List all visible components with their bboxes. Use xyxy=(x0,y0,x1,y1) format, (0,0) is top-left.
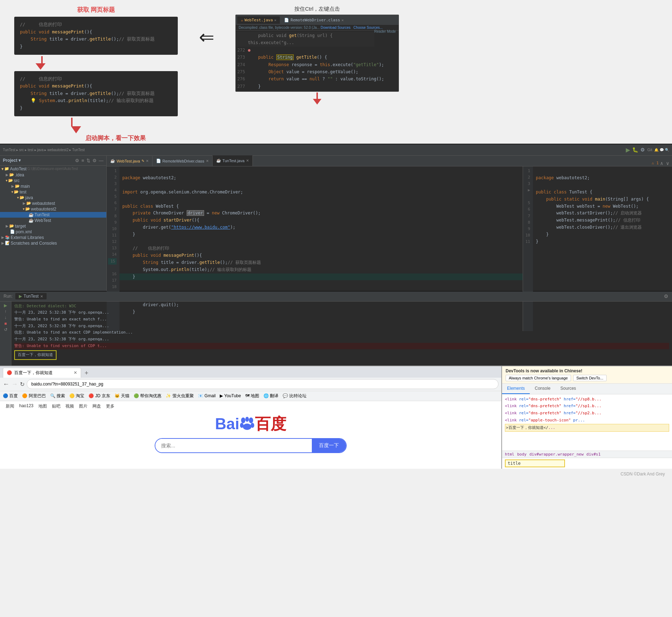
bm-bbs[interactable]: 💬 比特论坛 xyxy=(283,393,306,399)
sidebar-gear-btn[interactable]: ⚙ xyxy=(92,158,97,163)
tab-remote-class[interactable]: 📄 RemoteWebDriver.class ✕ xyxy=(281,16,347,24)
bm-tianmao[interactable]: 🐱 天猫 xyxy=(114,393,129,399)
sidebar-collapse-btn[interactable]: — xyxy=(99,158,103,163)
bc-body[interactable]: body xyxy=(517,452,527,457)
tree-webtest[interactable]: ☕ WebTest xyxy=(0,218,106,223)
nav-reload[interactable]: ↻ xyxy=(20,381,25,388)
tab-remote-cls-close[interactable]: ✕ xyxy=(206,159,209,163)
tab-tuntest-name: TunTest.java xyxy=(223,159,245,163)
baidu-search-btn[interactable]: 百度一下 xyxy=(312,439,346,452)
bc-wrapper[interactable]: div#wrapper.wrapper_new xyxy=(529,452,583,457)
run-rerun-btn[interactable]: ↺ xyxy=(4,327,7,332)
sidebar-layout-btn[interactable]: ≡ xyxy=(81,158,84,163)
nav-back[interactable]: ← xyxy=(3,381,9,388)
run-button[interactable]: ▶ xyxy=(626,147,630,153)
nav-news[interactable]: 新闻 xyxy=(6,403,14,409)
url-bar[interactable] xyxy=(27,379,498,389)
svg-point-4 xyxy=(243,424,251,430)
bm-youtube[interactable]: ▶ YouTube xyxy=(220,393,241,398)
tree-root[interactable]: ▾ 📁 AutoTest G:\测试\measure-open\AutoTest xyxy=(0,166,106,172)
chrome-window: 🔴 百度一下，你就知道 ✕ + ← → ↻ 🔵 百度 🟠 阿里巴巴 🔍 搜索 🟡… xyxy=(0,366,501,469)
tree-webautotest[interactable]: ▶ 📂 webautotest xyxy=(0,201,106,206)
settings-button[interactable]: ⚙ xyxy=(640,147,645,153)
tab-webtest-close-btn[interactable]: ✕ xyxy=(146,159,149,163)
tab-remote-close[interactable]: ✕ xyxy=(341,18,343,22)
bm-translate[interactable]: 🌐 翻译 xyxy=(263,393,278,399)
devtools-tab-console[interactable]: Console xyxy=(530,384,555,394)
run-settings-btn[interactable]: ⚙ xyxy=(664,293,668,299)
tree-scratches[interactable]: ▶ 📝 Scratches and Consoles xyxy=(0,240,106,246)
toolbar-path: TunTest ▸ src ▸ test ▸ java ▸ webautotes… xyxy=(3,148,85,152)
devtools-tab-sources[interactable]: Sources xyxy=(555,384,581,394)
left-tutorial-block: 获取 网页标题 // 信息的打印 public void messagePrin… xyxy=(14,6,178,116)
nav-forward[interactable]: → xyxy=(11,381,18,388)
start-script-label: 启动脚本，看一下效果 xyxy=(14,134,658,142)
run-line-5: 信息: Unable to find an exact CDP implemen… xyxy=(14,329,669,336)
tab-remote-cls[interactable]: 📄 RemoteWebDriver.class ✕ xyxy=(153,156,213,166)
bm-jd[interactable]: 🔴 JD 京东 xyxy=(89,393,110,399)
bm-firefly[interactable]: ✨ 萤火虫重聚 xyxy=(166,393,193,399)
svg-point-1 xyxy=(245,417,249,422)
tree-webautotest2[interactable]: ▾ 📂 webautotest2 xyxy=(0,206,106,212)
tree-tuntest[interactable]: ☕ TunTest xyxy=(0,212,106,218)
nav-tieba[interactable]: 贴吧 xyxy=(52,403,60,409)
nav-netdisk[interactable]: 网盘 xyxy=(92,403,101,409)
run-stop-btn[interactable]: ■ xyxy=(4,321,7,326)
run-line-6: 十一月 23, 2022 5:32:38 下午 org.openqa... xyxy=(14,336,669,343)
run-line-output: 百度一下，你就知道 xyxy=(14,350,57,360)
tree-idea[interactable]: ▶ 📂 .idea xyxy=(0,172,106,178)
new-tab-btn[interactable]: + xyxy=(82,369,91,378)
sidebar-settings-btn[interactable]: ⚙ xyxy=(75,158,79,163)
code-snippet-2: // 信息的打印 public void messagePrint(){ Str… xyxy=(14,71,178,116)
tab-webtest-close[interactable]: ✕ xyxy=(274,18,276,22)
tree-target[interactable]: ▶ 📂 target xyxy=(0,223,106,229)
bc-html[interactable]: html xyxy=(505,452,514,457)
bm-map[interactable]: 🗺 地图 xyxy=(245,393,259,399)
bc-s1[interactable]: div#s1 xyxy=(586,452,601,457)
run-arrow-down[interactable]: ↓ xyxy=(5,315,7,320)
bm-alibaba[interactable]: 🟠 阿里巴巴 xyxy=(22,393,46,399)
devtools-title-input-area xyxy=(502,458,672,469)
nav-video[interactable]: 视频 xyxy=(65,403,74,409)
svg-point-0 xyxy=(241,417,245,423)
devtools-title-input[interactable] xyxy=(505,459,565,467)
tab-webtest[interactable]: ☕ WebTest.java ✎ ✕ xyxy=(107,156,153,166)
bm-gmail[interactable]: 📧 Gmail xyxy=(198,393,216,398)
run-up-btn[interactable]: ▶ xyxy=(4,303,7,308)
bm-taobao[interactable]: 🟡 淘宝 xyxy=(69,393,84,399)
tree-java[interactable]: ▾ 📂 java xyxy=(0,195,106,201)
nav-more[interactable]: 更多 xyxy=(106,403,114,409)
tree-external-libs[interactable]: ▶ 📚 External Libraries xyxy=(0,235,106,240)
debug-button[interactable]: 🐛 xyxy=(632,147,638,153)
bm-baidu[interactable]: 🔵 百度 xyxy=(3,393,18,399)
tab-tuntest-close[interactable]: ✕ xyxy=(246,159,249,163)
nav-map[interactable]: 地图 xyxy=(38,403,47,409)
baidu-search-input[interactable] xyxy=(155,439,312,452)
run-tab-label: TunTest xyxy=(23,294,38,299)
nav-pic[interactable]: 图片 xyxy=(79,403,87,409)
devtools-switch-btn[interactable]: Switch DevTo... xyxy=(573,375,607,381)
run-tab-close[interactable]: ✕ xyxy=(40,294,43,298)
tab-webtest-label: WebTest.java xyxy=(245,18,273,22)
devtools-tab-elements[interactable]: Elements xyxy=(502,384,530,394)
devtools-html-area: <link rel="dns-prefetch" href="//sp8.b..… xyxy=(502,394,672,451)
chrome-tab-title: 百度一下，你就知道 xyxy=(14,370,53,376)
tab-webtest-java[interactable]: ☕ WebTest.java ✕ xyxy=(237,16,280,24)
chrome-tab[interactable]: 🔴 百度一下，你就知道 ✕ xyxy=(3,368,81,378)
tree-test[interactable]: ▾ 📂 test xyxy=(0,189,106,195)
devtools-match-lang-btn[interactable]: Always match Chrome's language xyxy=(506,375,571,381)
html-line-3: <link rel="dns-prefetch" href="//sp2.b..… xyxy=(505,410,669,417)
nav-hao123[interactable]: hao123 xyxy=(19,403,33,409)
tree-src[interactable]: ▾ 📂 src xyxy=(0,178,106,183)
run-tab[interactable]: ▶ TunTest ✕ xyxy=(15,293,46,299)
sidebar-sort-btn[interactable]: ⇅ xyxy=(86,158,90,163)
bm-help[interactable]: 🟢 帮你淘优惠 xyxy=(134,393,161,399)
svg-point-5 xyxy=(251,423,254,428)
tree-pomxml[interactable]: 📄 pom.xml xyxy=(0,229,106,235)
run-arrow-up[interactable]: ↑ xyxy=(5,309,7,314)
bm-search[interactable]: 🔍 搜索 xyxy=(50,393,65,399)
devtools-tabs: Elements Console Sources xyxy=(502,384,672,394)
tree-main[interactable]: ▶ 📂 main xyxy=(0,183,106,189)
tab-tuntest-active[interactable]: ☕ TunTest.java ✕ xyxy=(213,155,253,166)
chrome-tab-close-x[interactable]: ✕ xyxy=(74,370,77,375)
